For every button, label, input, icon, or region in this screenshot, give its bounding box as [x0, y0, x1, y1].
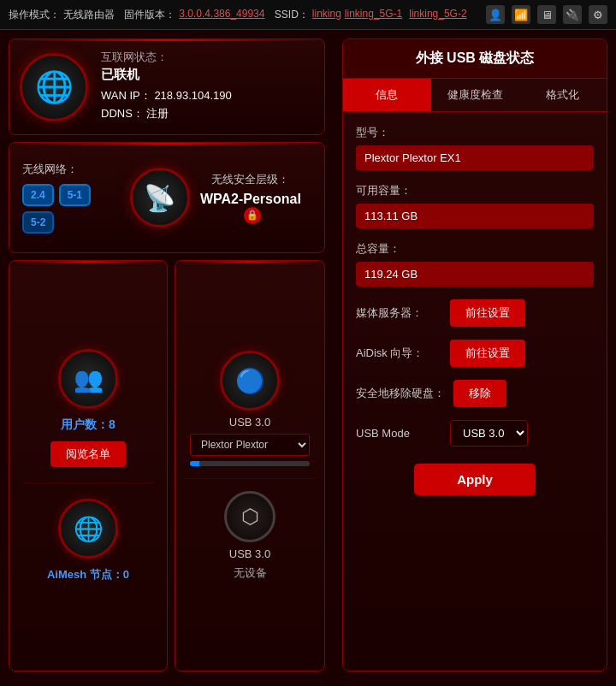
- usb-icon-top[interactable]: 🔌: [563, 5, 582, 24]
- security-value: WPA2-Personal 🔒: [190, 192, 311, 224]
- usb1-icon: 🔵: [220, 351, 280, 411]
- avail-label: 可用容量：: [356, 183, 594, 198]
- user-count: 用户数：8: [61, 417, 116, 433]
- ssid-link-2[interactable]: linking_5G-1: [345, 8, 402, 22]
- usb-mode-row: USB Mode USB 3.0 USB 2.0: [356, 420, 594, 446]
- right-panel: 外接 USB 磁盘状态 信息 健康度检查 格式化 型号： Plextor Ple…: [334, 30, 616, 680]
- usb2-icon: ⬡: [224, 491, 275, 542]
- router-icon: 📡: [130, 168, 190, 228]
- usb1-progress-bar: [190, 461, 199, 466]
- internet-status-value: 已联机: [101, 67, 232, 83]
- usb1-device-select[interactable]: Plextor Plextor: [190, 434, 310, 456]
- main-layout: 🌐 互联网状态： 已联机 WAN IP： 218.93.104.190 DDNS…: [0, 30, 616, 680]
- band-icons: 2.4 5-1 5-2: [22, 184, 130, 234]
- aimesh-icon: 🌐: [58, 499, 118, 559]
- usb-mode-select[interactable]: USB 3.0 USB 2.0: [450, 420, 528, 446]
- apply-button[interactable]: Apply: [414, 464, 536, 495]
- wireless-left: 无线网络： 2.4 5-1 5-2: [22, 162, 130, 234]
- internet-info: 互联网状态： 已联机 WAN IP： 218.93.104.190 DDNS： …: [101, 50, 232, 124]
- media-server-row: 媒体服务器： 前往设置: [356, 299, 594, 327]
- wireless-right: 无线安全层级： WPA2-Personal 🔒: [190, 172, 311, 224]
- total-value: 119.24 GB: [356, 262, 594, 287]
- eject-label: 安全地移除硬盘：: [356, 386, 445, 401]
- eject-row: 安全地移除硬盘： 移除: [356, 380, 594, 407]
- aidisk-label: AiDisk 向导：: [356, 346, 441, 361]
- bottom-cards: 👥 用户数：8 阅览名单 🌐 AiMesh 节点：0 🔵 USB 3.0 Ple…: [9, 260, 325, 671]
- ddns-value[interactable]: 注册: [146, 107, 169, 120]
- usb-tabs: 信息 健康度检查 格式化: [343, 79, 607, 112]
- user-icon[interactable]: 👤: [486, 5, 505, 24]
- globe-icon: 🌐: [20, 53, 88, 121]
- monitor-icon[interactable]: 🖥: [537, 5, 556, 24]
- top-bar-info: 操作模式： 无线路由器 固件版本： 3.0.0.4.386_49934 SSID…: [9, 8, 467, 22]
- model-field: 型号： Plextor Plextor EX1: [356, 125, 594, 170]
- usb2-label: USB 3.0: [229, 547, 270, 560]
- ssid-link-3[interactable]: linking_5G-2: [409, 8, 466, 22]
- tab-info[interactable]: 信息: [343, 79, 431, 111]
- wan-ip-line: WAN IP： 218.93.104.190: [101, 88, 232, 103]
- user-count-value: 8: [109, 417, 116, 431]
- internet-card: 🌐 互联网状态： 已联机 WAN IP： 218.93.104.190 DDNS…: [9, 38, 325, 135]
- band-52[interactable]: 5-2: [22, 211, 54, 234]
- eject-button[interactable]: 移除: [453, 380, 506, 407]
- band-51[interactable]: 5-1: [59, 184, 91, 206]
- view-list-button[interactable]: 阅览名单: [50, 441, 126, 467]
- wan-label: WAN IP：: [101, 89, 151, 102]
- usb1-label: USB 3.0: [229, 416, 270, 429]
- firmware-label: 固件版本：: [124, 8, 175, 22]
- mode-value: 无线路由器: [63, 8, 115, 22]
- internet-status-label: 互联网状态：: [101, 50, 232, 65]
- band-24[interactable]: 2.4: [22, 184, 54, 206]
- user-card: 👥 用户数：8 阅览名单 🌐 AiMesh 节点：0: [9, 260, 168, 671]
- ssid-label: SSID：: [275, 8, 309, 22]
- aimesh-count: 0: [123, 568, 129, 581]
- model-value: Plextor Plextor EX1: [356, 145, 594, 170]
- lock-icon: 🔒: [244, 207, 261, 224]
- avail-value: 113.11 GB: [356, 204, 594, 228]
- firmware-link[interactable]: 3.0.0.4.386_49934: [179, 8, 264, 22]
- network-icon[interactable]: 📶: [512, 5, 530, 24]
- media-label: 媒体服务器：: [356, 305, 441, 321]
- tab-format[interactable]: 格式化: [518, 79, 607, 111]
- wan-value: 218.93.104.190: [154, 89, 231, 102]
- wireless-center: 📡: [130, 168, 190, 228]
- top-bar-icons: 👤 📶 🖥 🔌 ⚙: [486, 5, 607, 24]
- usb-content: 型号： Plextor Plextor EX1 可用容量： 113.11 GB …: [343, 112, 607, 508]
- aidisk-goto-button[interactable]: 前往设置: [450, 340, 525, 367]
- wireless-card: 无线网络： 2.4 5-1 5-2 📡 无线安全层级： WPA2-Persona…: [9, 142, 325, 253]
- total-field: 总容量： 119.24 GB: [356, 241, 594, 287]
- usb-mode-label: USB Mode: [356, 427, 441, 440]
- wireless-network-label: 无线网络：: [22, 162, 130, 177]
- users-icon: 👥: [58, 349, 118, 409]
- tab-health[interactable]: 健康度检查: [431, 79, 519, 111]
- usb-status-panel: 外接 USB 磁盘状态 信息 健康度检查 格式化 型号： Plextor Ple…: [342, 38, 607, 671]
- security-label: 无线安全层级：: [190, 172, 311, 187]
- ddns-label: DDNS：: [101, 107, 144, 120]
- usb-status-title: 外接 USB 磁盘状态: [343, 39, 607, 79]
- ddns-line: DDNS： 注册: [101, 106, 232, 121]
- settings-icon[interactable]: ⚙: [589, 5, 607, 24]
- top-bar: 操作模式： 无线路由器 固件版本： 3.0.0.4.386_49934 SSID…: [0, 0, 616, 30]
- left-panel: 🌐 互联网状态： 已联机 WAN IP： 218.93.104.190 DDNS…: [0, 30, 334, 680]
- avail-field: 可用容量： 113.11 GB: [356, 183, 594, 228]
- mode-label: 操作模式：: [9, 8, 60, 22]
- usb1-progress: [190, 461, 310, 466]
- ssid-link-1[interactable]: linking: [312, 8, 341, 22]
- usb2-no-device: 无设备: [234, 565, 267, 581]
- usb-card: 🔵 USB 3.0 Plextor Plextor ⬡ USB 3.0 无设备: [175, 260, 325, 671]
- aimesh-label: AiMesh 节点：0: [47, 567, 129, 583]
- aidisk-row: AiDisk 向导： 前往设置: [356, 340, 594, 367]
- media-goto-button[interactable]: 前往设置: [450, 299, 525, 327]
- model-label: 型号：: [356, 125, 594, 140]
- total-label: 总容量：: [356, 241, 594, 257]
